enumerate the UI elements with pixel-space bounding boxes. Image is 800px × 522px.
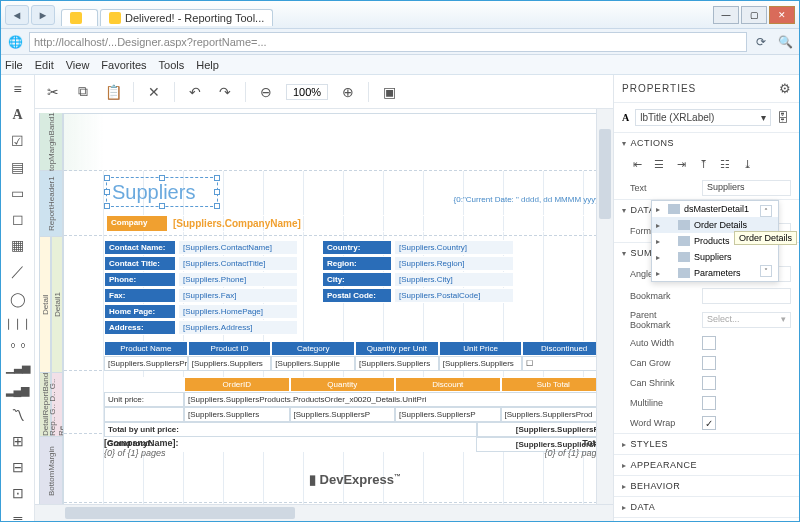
pagebreak-tool[interactable]: ≣ bbox=[8, 511, 28, 522]
checkbox-tool[interactable]: ☑ bbox=[8, 133, 28, 149]
tab-delivered[interactable]: Delivered! - Reporting Tool... bbox=[100, 9, 273, 26]
maximize-button[interactable]: ▢ bbox=[741, 6, 767, 24]
zoom-level[interactable]: 100% bbox=[286, 84, 328, 100]
menu-tools[interactable]: Tools bbox=[159, 59, 185, 71]
footer-pages-left: {0} of {1} pages bbox=[104, 448, 166, 458]
cut-button[interactable]: ✂ bbox=[43, 82, 63, 102]
subreport-tool[interactable]: ⊡ bbox=[8, 485, 28, 501]
label-tool[interactable]: A bbox=[8, 107, 28, 123]
close-button[interactable]: ✕ bbox=[769, 6, 795, 24]
align-middle-icon[interactable]: ☷ bbox=[718, 157, 732, 171]
band-bottommargin[interactable]: BottomMargin bbox=[39, 437, 63, 507]
chart-tool[interactable]: ▁▃▅ bbox=[8, 361, 28, 374]
group-styles[interactable]: STYLES bbox=[614, 434, 799, 454]
panel-tool[interactable]: ◻ bbox=[8, 211, 28, 227]
menu-icon[interactable]: ≡ bbox=[8, 81, 28, 97]
band-detailreport2[interactable]: Rep.. G.. D.. G.. Re.. bbox=[51, 373, 63, 437]
menu-edit[interactable]: Edit bbox=[35, 59, 54, 71]
align-bottom-icon[interactable]: ⤓ bbox=[740, 157, 754, 171]
group-appearance[interactable]: APPEARANCE bbox=[614, 455, 799, 475]
parent-bookmark-select[interactable]: Select...▾ bbox=[702, 312, 791, 328]
bookmark-label: Bookmark bbox=[630, 291, 696, 301]
align-left-icon[interactable]: ⇤ bbox=[630, 157, 644, 171]
table-tool[interactable]: ▦ bbox=[8, 237, 28, 253]
minimize-button[interactable]: — bbox=[713, 6, 739, 24]
label-type-icon: A bbox=[622, 112, 629, 123]
element-selector[interactable]: lbTitle (XRLabel)▾ bbox=[635, 109, 771, 126]
autowidth-checkbox[interactable] bbox=[702, 336, 716, 350]
menu-file[interactable]: File bbox=[5, 59, 23, 71]
menu-favorites[interactable]: Favorites bbox=[101, 59, 146, 71]
date-label[interactable]: {0:"Current Date: " dddd, dd MMMM yyyy} bbox=[454, 195, 602, 204]
band-topmargin[interactable]: topMarginBand1 bbox=[39, 113, 63, 171]
report-page[interactable]: Suppliers {0:"Current Date: " dddd, dd M… bbox=[63, 113, 613, 521]
picture-tool[interactable]: ▭ bbox=[8, 185, 28, 201]
align-top-icon[interactable]: ⤒ bbox=[696, 157, 710, 171]
bookmark-input[interactable] bbox=[702, 288, 791, 304]
title-label[interactable]: Suppliers bbox=[112, 181, 195, 204]
copy-button[interactable]: ⧉ bbox=[73, 82, 93, 102]
band-reportheader[interactable]: ReportHeader1 bbox=[39, 171, 63, 237]
window-buttons: — ▢ ✕ bbox=[713, 6, 795, 24]
redo-button[interactable]: ↷ bbox=[215, 82, 235, 102]
search-icon[interactable]: 🔍 bbox=[775, 32, 795, 52]
shape-tool[interactable]: ◯ bbox=[8, 291, 28, 307]
brand-logo: ▮ DevExpress™ bbox=[104, 472, 606, 487]
popup-scroll-down[interactable]: ˅ bbox=[760, 265, 772, 277]
zipcode-tool[interactable]: ೦೦ bbox=[8, 340, 28, 351]
gear-icon[interactable]: ⚙ bbox=[779, 81, 791, 96]
undo-button[interactable]: ↶ bbox=[185, 82, 205, 102]
text-label: Text bbox=[630, 183, 696, 193]
design-canvas[interactable]: topMarginBand1 ReportHeader1 Detail Deta… bbox=[35, 109, 613, 521]
zoom-out-button[interactable]: ⊖ bbox=[256, 82, 276, 102]
vertical-scrollbar[interactable] bbox=[596, 109, 613, 504]
cangrow-checkbox[interactable] bbox=[702, 356, 716, 370]
group-data[interactable]: DATA bbox=[614, 497, 799, 517]
app-body: ≡ A ☑ ▤ ▭ ◻ ▦ ／ ◯ ❘❘❘ ೦೦ ▁▃▅ ▂▄▆ 〽 ⊞ ⊟ ⊡… bbox=[1, 75, 799, 521]
align-right-icon[interactable]: ⇥ bbox=[674, 157, 688, 171]
parent-bookmark-label: Parent Bookmark bbox=[630, 310, 696, 330]
browser-nav: ◄ ► bbox=[5, 5, 55, 25]
autowidth-label: Auto Width bbox=[630, 338, 696, 348]
barcode-tool[interactable]: ❘❘❘ bbox=[8, 317, 28, 330]
browser-titlebar: ◄ ► Delivered! - Reporting Tool... — ▢ ✕ bbox=[1, 1, 799, 29]
refresh-button[interactable]: ⟳ bbox=[751, 32, 771, 52]
text-input[interactable]: Suppliers bbox=[702, 180, 791, 196]
wordwrap-checkbox[interactable]: ✓ bbox=[702, 416, 716, 430]
group-design[interactable]: DESIGN bbox=[614, 518, 799, 522]
menu-help[interactable]: Help bbox=[196, 59, 219, 71]
group-behavior[interactable]: BEHAVIOR bbox=[614, 476, 799, 496]
table-icon bbox=[678, 252, 690, 262]
sparkline-tool[interactable]: ▂▄▆ bbox=[8, 384, 28, 397]
preview-button[interactable]: ▣ bbox=[379, 82, 399, 102]
properties-title: PROPERTIES bbox=[622, 83, 696, 94]
popup-scroll-up[interactable]: ˄ bbox=[760, 205, 772, 217]
pivot-tool[interactable]: ⊞ bbox=[8, 433, 28, 449]
group-actions[interactable]: ACTIONS bbox=[614, 133, 799, 153]
url-field[interactable]: http://localhost/...Designer.aspx?report… bbox=[29, 32, 747, 52]
forward-button[interactable]: ► bbox=[31, 5, 55, 25]
align-center-icon[interactable]: ☰ bbox=[652, 157, 666, 171]
company-value[interactable]: [Suppliers.CompanyName] bbox=[168, 215, 602, 232]
back-button[interactable]: ◄ bbox=[5, 5, 29, 25]
line-tool[interactable]: ／ bbox=[8, 263, 28, 281]
trend-tool[interactable]: 〽 bbox=[8, 407, 28, 423]
cangrow-label: Can Grow bbox=[630, 358, 696, 368]
main-area: ✂ ⧉ 📋 ✕ ↶ ↷ ⊖ 100% ⊕ ▣ topMarginBand1 Re… bbox=[35, 75, 613, 521]
popup-item-suppliers[interactable]: Suppliers bbox=[652, 249, 778, 265]
canshrink-checkbox[interactable] bbox=[702, 376, 716, 390]
menu-view[interactable]: View bbox=[66, 59, 90, 71]
band-detail1[interactable]: Detail1 bbox=[51, 237, 63, 373]
richtext-tool[interactable]: ▤ bbox=[8, 159, 28, 175]
delete-button[interactable]: ✕ bbox=[144, 82, 164, 102]
paste-button[interactable]: 📋 bbox=[103, 82, 123, 102]
gauge-tool[interactable]: ⊟ bbox=[8, 459, 28, 475]
menu-bar: FileEditViewFavoritesToolsHelp bbox=[1, 55, 799, 75]
multiline-checkbox[interactable] bbox=[702, 396, 716, 410]
horizontal-scrollbar[interactable] bbox=[35, 504, 613, 521]
band-detail[interactable]: Detail bbox=[39, 237, 51, 373]
tooltip: Order Details bbox=[734, 231, 797, 245]
database-icon[interactable]: 🗄 bbox=[777, 111, 791, 125]
zoom-in-button[interactable]: ⊕ bbox=[338, 82, 358, 102]
tab-blank[interactable] bbox=[61, 9, 98, 26]
